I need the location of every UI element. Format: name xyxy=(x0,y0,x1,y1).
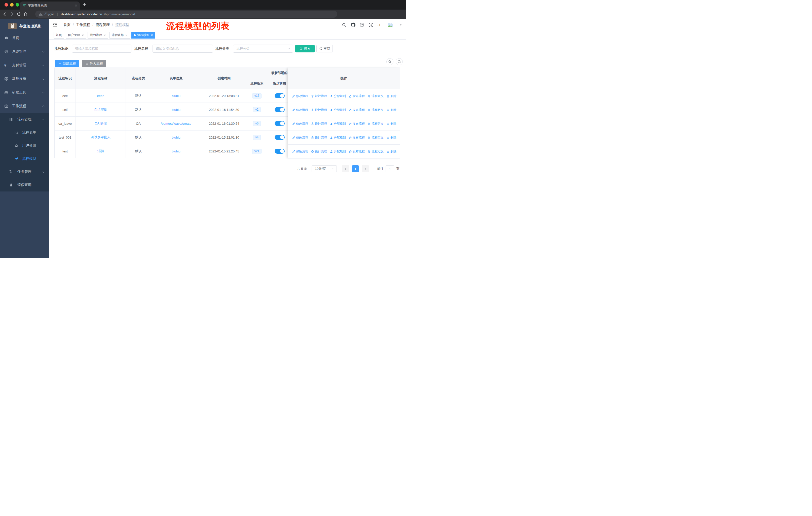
page-1-button[interactable]: 1 xyxy=(352,165,359,172)
version-badge[interactable]: v2 xyxy=(253,107,261,112)
row-action-edit[interactable]: 修改流程 xyxy=(292,94,308,98)
row-action-publish[interactable]: 发布流程 xyxy=(349,94,365,98)
close-icon[interactable] xyxy=(151,34,153,36)
home-icon[interactable] xyxy=(23,12,28,17)
version-badge[interactable]: v17 xyxy=(252,93,262,99)
row-action-design[interactable]: 设计流程 xyxy=(311,122,327,126)
tag-tenant[interactable]: 租户管理 xyxy=(66,32,86,38)
back-icon[interactable] xyxy=(2,12,7,17)
create-process-button[interactable]: 新建流程 xyxy=(55,60,79,67)
row-action-delete[interactable]: 删除 xyxy=(386,150,397,154)
activation-toggle[interactable] xyxy=(274,148,285,154)
sidebar-item-leave-query[interactable]: 请假查询 xyxy=(0,179,49,191)
import-process-button[interactable]: 导入流程 xyxy=(82,60,106,67)
show-search-toggle-button[interactable] xyxy=(386,58,394,65)
row-action-definition[interactable]: 流程定义 xyxy=(368,150,384,154)
row-action-definition[interactable]: 流程定义 xyxy=(368,108,384,112)
row-action-definition[interactable]: 流程定义 xyxy=(368,94,384,98)
next-page-button[interactable] xyxy=(362,165,369,172)
row-action-edit[interactable]: 修改流程 xyxy=(292,150,308,154)
row-action-design[interactable]: 设计流程 xyxy=(311,150,327,154)
form-info-link[interactable]: biubiu xyxy=(172,150,180,153)
url-bar[interactable]: 不安全 | dashboard.yudao.iocoder.cn/bpm/man… xyxy=(35,10,337,18)
tag-process-model[interactable]: 流程模型 xyxy=(132,32,155,38)
row-action-edit[interactable]: 修改流程 xyxy=(292,122,308,126)
breadcrumb-workflow[interactable]: 工作流程 xyxy=(76,23,90,27)
close-window-button[interactable] xyxy=(4,3,8,6)
row-action-edit[interactable]: 修改流程 xyxy=(292,108,308,112)
close-icon[interactable] xyxy=(82,34,84,36)
version-badge[interactable]: v4 xyxy=(253,135,261,140)
sidebar-item-process-model[interactable]: 流程模型 xyxy=(0,152,49,165)
row-action-publish[interactable]: 发布流程 xyxy=(349,136,365,140)
sidebar-collapse-icon[interactable] xyxy=(53,22,58,27)
sidebar-item-workflow[interactable]: 工作流程 xyxy=(0,99,49,113)
page-size-select[interactable]: 10条/页 xyxy=(312,165,337,172)
breadcrumb-process-mgmt[interactable]: 流程管理 xyxy=(96,23,110,27)
activation-toggle[interactable] xyxy=(274,107,285,112)
row-action-publish[interactable]: 发布流程 xyxy=(349,122,365,126)
activation-toggle[interactable] xyxy=(274,121,285,126)
version-badge[interactable]: v21 xyxy=(252,148,262,154)
refresh-button[interactable] xyxy=(396,58,403,65)
close-icon[interactable] xyxy=(125,34,127,36)
row-action-design[interactable]: 设计流程 xyxy=(311,136,327,140)
process-name-link[interactable]: eeee xyxy=(97,94,105,98)
activation-toggle[interactable] xyxy=(274,135,285,140)
form-info-link[interactable]: biubiu xyxy=(172,94,180,98)
sidebar-item-system[interactable]: 系统管理 xyxy=(0,45,49,58)
version-badge[interactable]: v5 xyxy=(253,121,261,126)
security-label[interactable]: 不安全 xyxy=(45,12,54,17)
form-info-link[interactable]: /bpm/oa/leave/create xyxy=(161,122,191,126)
minimize-window-button[interactable] xyxy=(10,3,13,6)
form-info-link[interactable]: biubiu xyxy=(172,136,180,139)
help-icon[interactable] xyxy=(360,23,364,27)
row-action-delete[interactable]: 删除 xyxy=(386,136,397,140)
form-info-link[interactable]: biubiu xyxy=(172,108,180,112)
row-action-assign[interactable]: 分配规则 xyxy=(330,94,346,98)
row-action-assign[interactable]: 分配规则 xyxy=(330,108,346,112)
close-icon[interactable] xyxy=(104,34,106,36)
sidebar-item-user-group[interactable]: 用户分组 xyxy=(0,139,49,152)
forward-icon[interactable] xyxy=(9,12,14,17)
reset-button[interactable]: 重置 xyxy=(316,45,333,52)
row-action-definition[interactable]: 流程定义 xyxy=(368,136,384,140)
activation-toggle[interactable] xyxy=(274,93,285,98)
tag-process-form[interactable]: 流程表单 xyxy=(110,32,130,38)
avatar[interactable] xyxy=(385,20,395,30)
github-icon[interactable] xyxy=(351,22,355,27)
process-name-link[interactable]: 测试多审批人 xyxy=(91,135,111,139)
row-action-assign[interactable]: 分配规则 xyxy=(330,136,346,140)
row-action-delete[interactable]: 删除 xyxy=(386,122,397,126)
process-name-link[interactable]: 自己审批 xyxy=(94,108,107,111)
row-action-assign[interactable]: 分配规则 xyxy=(330,150,346,154)
sidebar-item-infra[interactable]: 基础设施 xyxy=(0,72,49,86)
sidebar-item-process-mgmt[interactable]: 流程管理 xyxy=(0,113,49,126)
row-action-delete[interactable]: 删除 xyxy=(386,94,397,98)
row-action-delete[interactable]: 删除 xyxy=(386,108,397,112)
caret-down-icon[interactable] xyxy=(400,24,402,26)
prev-page-button[interactable] xyxy=(342,165,349,172)
reload-icon[interactable] xyxy=(17,12,21,17)
fullscreen-icon[interactable] xyxy=(369,23,373,27)
goto-page-input[interactable] xyxy=(386,165,394,172)
maximize-window-button[interactable] xyxy=(16,3,19,6)
process-name-link[interactable]: OA 请假 xyxy=(95,121,107,125)
tag-my-process[interactable]: 我的流程 xyxy=(88,32,108,38)
process-name-link[interactable]: 滔博 xyxy=(97,149,104,153)
tab-close-icon[interactable] xyxy=(75,4,77,7)
row-action-design[interactable]: 设计流程 xyxy=(311,108,327,112)
row-action-assign[interactable]: 分配规则 xyxy=(330,122,346,126)
sidebar-item-task-mgmt[interactable]: 任务管理 xyxy=(0,165,49,179)
row-action-definition[interactable]: 流程定义 xyxy=(368,122,384,126)
sidebar-item-home[interactable]: 首页 xyxy=(0,31,49,45)
sidebar-item-payment[interactable]: ¥ 支付管理 xyxy=(0,58,49,72)
tag-home[interactable]: 首页 xyxy=(54,32,64,38)
search-icon[interactable] xyxy=(342,23,346,27)
font-size-icon[interactable]: TT xyxy=(377,23,381,27)
new-tab-button[interactable] xyxy=(83,2,86,6)
process-name-input[interactable] xyxy=(152,45,213,53)
breadcrumb-home[interactable]: 首页 xyxy=(63,23,70,27)
sidebar-item-devtools[interactable]: 研发工具 xyxy=(0,86,49,99)
row-action-edit[interactable]: 修改流程 xyxy=(292,136,308,140)
